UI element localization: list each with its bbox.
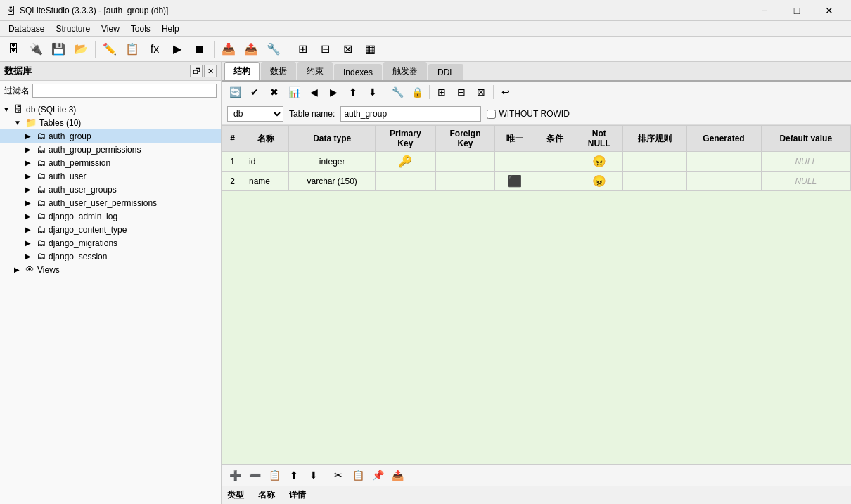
- th-unique: 唯一: [495, 126, 535, 152]
- tree-item-auth-group[interactable]: ▶ 🗂 auth_group: [0, 129, 221, 143]
- without-rowid-checkbox[interactable]: [487, 110, 496, 119]
- tab-bar: 结构 数据 约束 Indexes 触发器 DDL: [222, 62, 851, 82]
- tree-item-tables[interactable]: ▼ 📁 Tables (10): [0, 116, 221, 129]
- data-table-wrap: # 名称 Data type PrimaryKey ForeignKey 唯一 …: [222, 125, 851, 464]
- menu-tools[interactable]: Tools: [125, 22, 156, 35]
- tab-triggers[interactable]: 触发器: [383, 62, 427, 80]
- tab-indexes[interactable]: Indexes: [334, 64, 382, 80]
- menu-help[interactable]: Help: [156, 22, 185, 35]
- table-name-input[interactable]: [340, 106, 481, 122]
- ct-next[interactable]: ▶: [324, 84, 343, 101]
- tb-run[interactable]: ▶: [167, 39, 188, 59]
- tab-structure[interactable]: 结构: [224, 62, 260, 80]
- table-row[interactable]: 1 id integer 🔑 😠 NULL: [222, 152, 851, 172]
- row1-name: id: [243, 152, 289, 172]
- tree-label-dal: django_admin_log: [49, 212, 117, 221]
- tb-stop[interactable]: ⏹: [189, 39, 210, 59]
- menu-view[interactable]: View: [96, 22, 125, 35]
- tab-ddl[interactable]: DDL: [428, 64, 463, 80]
- table-icon-au: 🗂: [37, 171, 46, 181]
- tree-arrow-agp: ▶: [25, 146, 34, 153]
- tb-fx[interactable]: fx: [144, 39, 165, 59]
- maximize-button[interactable]: □: [781, 0, 813, 21]
- tb-edit[interactable]: ✏️: [99, 39, 120, 59]
- bt-paste[interactable]: 📌: [369, 467, 387, 484]
- tree-item-auth-user[interactable]: ▶ 🗂 auth_user: [0, 169, 221, 183]
- menu-structure[interactable]: Structure: [50, 22, 96, 35]
- bt-down[interactable]: ⬇: [305, 467, 323, 484]
- bt-export[interactable]: 📤: [388, 467, 407, 484]
- minimize-button[interactable]: −: [748, 0, 781, 21]
- bt-cut[interactable]: ✂: [329, 467, 347, 484]
- th-num: #: [222, 126, 243, 152]
- menu-database[interactable]: Database: [3, 22, 50, 35]
- tb-split[interactable]: ⊟: [314, 39, 335, 59]
- status-type-label: 类型: [227, 489, 244, 501]
- tab-constraints[interactable]: 约束: [297, 62, 333, 80]
- tree-item-django-content-type[interactable]: ▶ 🗂 django_content_type: [0, 223, 221, 236]
- row2-generated: [686, 172, 761, 191]
- ct-cancel[interactable]: ✖: [265, 84, 283, 101]
- row2-name: name: [243, 172, 289, 191]
- th-generated: Generated: [686, 126, 761, 152]
- tree-arrow-dal: ▶: [25, 212, 34, 220]
- tb-export[interactable]: 📤: [241, 39, 262, 59]
- th-not-null: NotNULL: [575, 126, 623, 152]
- ct-collapse-all[interactable]: ⊟: [452, 84, 471, 101]
- bt-add[interactable]: ➕: [226, 467, 244, 484]
- close-button[interactable]: ✕: [813, 0, 845, 21]
- tree-arrow-db: ▼: [3, 105, 11, 113]
- ct-confirm[interactable]: ✔: [245, 84, 264, 101]
- row1-unique: [495, 152, 535, 172]
- ct-lock[interactable]: 🔒: [408, 84, 426, 101]
- tb-save[interactable]: 💾: [48, 39, 69, 59]
- tree-item-auth-permission[interactable]: ▶ 🗂 auth_permission: [0, 156, 221, 169]
- ct-up[interactable]: ⬆: [344, 84, 362, 101]
- bt-clone[interactable]: 📋: [265, 467, 283, 484]
- ct-col3[interactable]: ⊠: [472, 84, 490, 101]
- tree-item-django-admin-log[interactable]: ▶ 🗂 django_admin_log: [0, 209, 221, 223]
- tb-merge[interactable]: ⊠: [337, 39, 358, 59]
- without-rowid-label[interactable]: WITHOUT ROWID: [487, 109, 569, 119]
- th-condition: 条件: [535, 126, 575, 152]
- tb-copy[interactable]: 📋: [122, 39, 143, 59]
- tb-grid[interactable]: ⊞: [292, 39, 313, 59]
- tree-item-auth-user-user-permissions[interactable]: ▶ 🗂 auth_user_user_permissions: [0, 196, 221, 209]
- tb-new-db[interactable]: 🗄: [3, 39, 24, 59]
- tb-import[interactable]: 📥: [218, 39, 239, 59]
- not-null-icon-1: 😠: [592, 155, 606, 167]
- ct-wrench[interactable]: 🔧: [388, 84, 407, 101]
- row1-datatype: integer: [289, 152, 376, 172]
- db-select[interactable]: db: [227, 106, 283, 122]
- ct-stats[interactable]: 📊: [285, 84, 303, 101]
- ct-expand-all[interactable]: ⊞: [433, 84, 451, 101]
- sidebar-restore-button[interactable]: 🗗: [190, 65, 203, 77]
- structure-table: # 名称 Data type PrimaryKey ForeignKey 唯一 …: [222, 125, 851, 191]
- bt-up[interactable]: ⬆: [285, 467, 303, 484]
- tb-table[interactable]: ▦: [359, 39, 380, 59]
- tree-item-django-session[interactable]: ▶ 🗂 django_session: [0, 250, 221, 263]
- tab-data[interactable]: 数据: [261, 62, 296, 80]
- status-bar: 类型 名称 详情: [222, 486, 851, 504]
- tb-settings[interactable]: 🔧: [263, 39, 284, 59]
- ct-undo[interactable]: ↩: [497, 84, 515, 101]
- toolbar-separator-1: [95, 41, 96, 58]
- tree-item-auth-group-permissions[interactable]: ▶ 🗂 auth_group_permissions: [0, 143, 221, 156]
- tb-connect-db[interactable]: 🔌: [25, 39, 46, 59]
- ct-refresh[interactable]: 🔄: [226, 84, 244, 101]
- tree-item-django-migrations[interactable]: ▶ 🗂 django_migrations: [0, 236, 221, 250]
- main-layout: 数据库 🗗 ✕ 过滤名 ▼ 🗄 db (SQLite 3) ▼ 📁 Tables…: [0, 62, 851, 504]
- bt-remove[interactable]: ➖: [245, 467, 264, 484]
- filter-input[interactable]: [32, 84, 217, 98]
- ct-down[interactable]: ⬇: [364, 84, 382, 101]
- tree-item-db[interactable]: ▼ 🗄 db (SQLite 3): [0, 103, 221, 116]
- ct-prev[interactable]: ◀: [305, 84, 323, 101]
- tb-open[interactable]: 📂: [70, 39, 91, 59]
- table-row[interactable]: 2 name varchar (150) ⬛ 😠 NULL: [222, 172, 851, 191]
- ct-sep-1: [385, 85, 385, 99]
- tree-item-views[interactable]: ▶ 👁 Views: [0, 263, 221, 276]
- bt-copy[interactable]: 📋: [349, 467, 367, 484]
- tree-item-auth-user-groups[interactable]: ▶ 🗂 auth_user_groups: [0, 183, 221, 196]
- sidebar-header: 数据库 🗗 ✕: [0, 62, 221, 81]
- sidebar-close-button[interactable]: ✕: [204, 65, 217, 77]
